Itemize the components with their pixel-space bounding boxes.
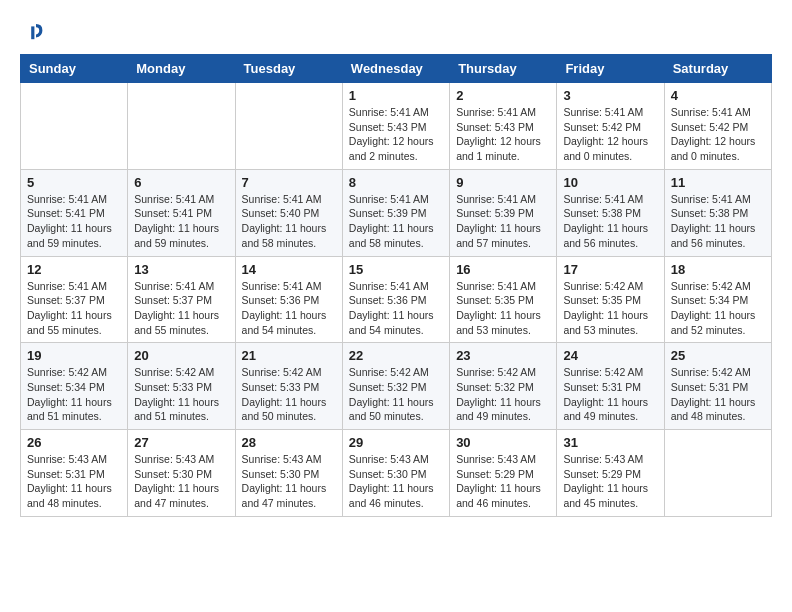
day-info: Sunrise: 5:43 AMSunset: 5:30 PMDaylight:… (134, 452, 228, 511)
day-number: 30 (456, 435, 550, 450)
day-info: Sunrise: 5:41 AMSunset: 5:37 PMDaylight:… (27, 279, 121, 338)
day-number: 4 (671, 88, 765, 103)
logo (20, 20, 48, 44)
calendar-week-3: 12Sunrise: 5:41 AMSunset: 5:37 PMDayligh… (21, 256, 772, 343)
day-number: 28 (242, 435, 336, 450)
calendar-cell (235, 83, 342, 170)
day-number: 2 (456, 88, 550, 103)
calendar-cell: 15Sunrise: 5:41 AMSunset: 5:36 PMDayligh… (342, 256, 449, 343)
day-info: Sunrise: 5:41 AMSunset: 5:37 PMDaylight:… (134, 279, 228, 338)
calendar-cell: 1Sunrise: 5:41 AMSunset: 5:43 PMDaylight… (342, 83, 449, 170)
logo-icon (20, 20, 44, 44)
weekday-header-monday: Monday (128, 55, 235, 83)
day-info: Sunrise: 5:43 AMSunset: 5:30 PMDaylight:… (349, 452, 443, 511)
day-number: 18 (671, 262, 765, 277)
day-number: 10 (563, 175, 657, 190)
day-number: 9 (456, 175, 550, 190)
calendar-cell: 14Sunrise: 5:41 AMSunset: 5:36 PMDayligh… (235, 256, 342, 343)
day-info: Sunrise: 5:41 AMSunset: 5:36 PMDaylight:… (242, 279, 336, 338)
day-info: Sunrise: 5:41 AMSunset: 5:41 PMDaylight:… (134, 192, 228, 251)
calendar-cell: 5Sunrise: 5:41 AMSunset: 5:41 PMDaylight… (21, 169, 128, 256)
day-info: Sunrise: 5:41 AMSunset: 5:38 PMDaylight:… (563, 192, 657, 251)
day-info: Sunrise: 5:43 AMSunset: 5:30 PMDaylight:… (242, 452, 336, 511)
day-info: Sunrise: 5:41 AMSunset: 5:42 PMDaylight:… (671, 105, 765, 164)
calendar-cell: 25Sunrise: 5:42 AMSunset: 5:31 PMDayligh… (664, 343, 771, 430)
day-number: 6 (134, 175, 228, 190)
day-number: 11 (671, 175, 765, 190)
day-info: Sunrise: 5:42 AMSunset: 5:33 PMDaylight:… (242, 365, 336, 424)
calendar-cell: 26Sunrise: 5:43 AMSunset: 5:31 PMDayligh… (21, 430, 128, 517)
calendar-cell: 9Sunrise: 5:41 AMSunset: 5:39 PMDaylight… (450, 169, 557, 256)
day-info: Sunrise: 5:41 AMSunset: 5:35 PMDaylight:… (456, 279, 550, 338)
calendar-cell: 18Sunrise: 5:42 AMSunset: 5:34 PMDayligh… (664, 256, 771, 343)
day-info: Sunrise: 5:41 AMSunset: 5:40 PMDaylight:… (242, 192, 336, 251)
day-number: 5 (27, 175, 121, 190)
day-number: 31 (563, 435, 657, 450)
day-info: Sunrise: 5:42 AMSunset: 5:33 PMDaylight:… (134, 365, 228, 424)
calendar-cell: 31Sunrise: 5:43 AMSunset: 5:29 PMDayligh… (557, 430, 664, 517)
day-info: Sunrise: 5:41 AMSunset: 5:43 PMDaylight:… (349, 105, 443, 164)
weekday-header-saturday: Saturday (664, 55, 771, 83)
weekday-header-thursday: Thursday (450, 55, 557, 83)
calendar-cell: 17Sunrise: 5:42 AMSunset: 5:35 PMDayligh… (557, 256, 664, 343)
calendar-cell: 2Sunrise: 5:41 AMSunset: 5:43 PMDaylight… (450, 83, 557, 170)
calendar-cell: 27Sunrise: 5:43 AMSunset: 5:30 PMDayligh… (128, 430, 235, 517)
calendar-cell: 10Sunrise: 5:41 AMSunset: 5:38 PMDayligh… (557, 169, 664, 256)
day-info: Sunrise: 5:41 AMSunset: 5:36 PMDaylight:… (349, 279, 443, 338)
day-number: 25 (671, 348, 765, 363)
day-info: Sunrise: 5:42 AMSunset: 5:34 PMDaylight:… (671, 279, 765, 338)
day-info: Sunrise: 5:42 AMSunset: 5:31 PMDaylight:… (671, 365, 765, 424)
day-number: 15 (349, 262, 443, 277)
day-info: Sunrise: 5:42 AMSunset: 5:31 PMDaylight:… (563, 365, 657, 424)
calendar-cell: 21Sunrise: 5:42 AMSunset: 5:33 PMDayligh… (235, 343, 342, 430)
calendar-week-4: 19Sunrise: 5:42 AMSunset: 5:34 PMDayligh… (21, 343, 772, 430)
day-number: 19 (27, 348, 121, 363)
day-number: 17 (563, 262, 657, 277)
day-number: 8 (349, 175, 443, 190)
day-number: 12 (27, 262, 121, 277)
calendar-cell: 6Sunrise: 5:41 AMSunset: 5:41 PMDaylight… (128, 169, 235, 256)
calendar-week-5: 26Sunrise: 5:43 AMSunset: 5:31 PMDayligh… (21, 430, 772, 517)
calendar-cell (128, 83, 235, 170)
day-info: Sunrise: 5:41 AMSunset: 5:39 PMDaylight:… (456, 192, 550, 251)
weekday-header-sunday: Sunday (21, 55, 128, 83)
calendar-cell: 13Sunrise: 5:41 AMSunset: 5:37 PMDayligh… (128, 256, 235, 343)
day-info: Sunrise: 5:42 AMSunset: 5:32 PMDaylight:… (456, 365, 550, 424)
day-number: 3 (563, 88, 657, 103)
day-info: Sunrise: 5:42 AMSunset: 5:34 PMDaylight:… (27, 365, 121, 424)
day-info: Sunrise: 5:41 AMSunset: 5:38 PMDaylight:… (671, 192, 765, 251)
day-number: 27 (134, 435, 228, 450)
day-info: Sunrise: 5:41 AMSunset: 5:41 PMDaylight:… (27, 192, 121, 251)
calendar-cell: 28Sunrise: 5:43 AMSunset: 5:30 PMDayligh… (235, 430, 342, 517)
day-number: 26 (27, 435, 121, 450)
day-number: 14 (242, 262, 336, 277)
calendar-cell: 24Sunrise: 5:42 AMSunset: 5:31 PMDayligh… (557, 343, 664, 430)
calendar-cell: 29Sunrise: 5:43 AMSunset: 5:30 PMDayligh… (342, 430, 449, 517)
day-number: 24 (563, 348, 657, 363)
day-number: 21 (242, 348, 336, 363)
day-info: Sunrise: 5:41 AMSunset: 5:42 PMDaylight:… (563, 105, 657, 164)
day-number: 13 (134, 262, 228, 277)
day-number: 22 (349, 348, 443, 363)
calendar-cell: 7Sunrise: 5:41 AMSunset: 5:40 PMDaylight… (235, 169, 342, 256)
day-info: Sunrise: 5:41 AMSunset: 5:43 PMDaylight:… (456, 105, 550, 164)
weekday-header-tuesday: Tuesday (235, 55, 342, 83)
calendar-table: SundayMondayTuesdayWednesdayThursdayFrid… (20, 54, 772, 517)
day-info: Sunrise: 5:43 AMSunset: 5:31 PMDaylight:… (27, 452, 121, 511)
calendar-cell: 22Sunrise: 5:42 AMSunset: 5:32 PMDayligh… (342, 343, 449, 430)
weekday-header-friday: Friday (557, 55, 664, 83)
day-number: 29 (349, 435, 443, 450)
calendar-cell: 11Sunrise: 5:41 AMSunset: 5:38 PMDayligh… (664, 169, 771, 256)
day-info: Sunrise: 5:42 AMSunset: 5:32 PMDaylight:… (349, 365, 443, 424)
calendar-cell: 30Sunrise: 5:43 AMSunset: 5:29 PMDayligh… (450, 430, 557, 517)
day-info: Sunrise: 5:42 AMSunset: 5:35 PMDaylight:… (563, 279, 657, 338)
calendar-cell: 12Sunrise: 5:41 AMSunset: 5:37 PMDayligh… (21, 256, 128, 343)
calendar-cell: 3Sunrise: 5:41 AMSunset: 5:42 PMDaylight… (557, 83, 664, 170)
calendar-cell: 19Sunrise: 5:42 AMSunset: 5:34 PMDayligh… (21, 343, 128, 430)
calendar-cell: 16Sunrise: 5:41 AMSunset: 5:35 PMDayligh… (450, 256, 557, 343)
calendar-cell: 23Sunrise: 5:42 AMSunset: 5:32 PMDayligh… (450, 343, 557, 430)
calendar-cell: 20Sunrise: 5:42 AMSunset: 5:33 PMDayligh… (128, 343, 235, 430)
calendar-cell (664, 430, 771, 517)
day-info: Sunrise: 5:41 AMSunset: 5:39 PMDaylight:… (349, 192, 443, 251)
calendar-cell: 4Sunrise: 5:41 AMSunset: 5:42 PMDaylight… (664, 83, 771, 170)
